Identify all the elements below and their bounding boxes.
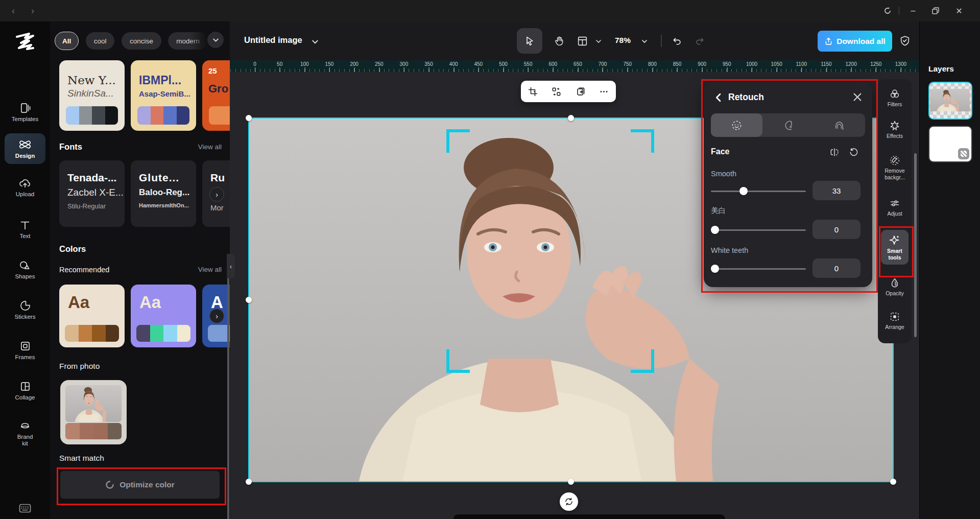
layout-tool-button[interactable] [571,28,593,54]
close-icon[interactable] [853,92,862,102]
ruler-tick: 400 [449,61,458,67]
hand-tool-button[interactable] [546,28,572,54]
safety-button[interactable] [895,28,915,54]
whitening-slider[interactable] [711,226,806,234]
template-title: New Y... [67,74,125,87]
chip-modern[interactable]: modern [168,32,208,50]
doc-title-chevron-icon[interactable] [312,38,319,45]
fonts-next-button[interactable]: › [209,187,224,202]
effects-button[interactable]: Effects [878,120,912,139]
sidebar-item-stickers[interactable]: Stickers [0,300,50,320]
layer-thumbnail-background[interactable] [928,126,972,162]
color-card[interactable]: Aa [131,285,196,347]
resize-handle-se[interactable] [890,479,896,485]
duplicate-icon[interactable] [576,87,585,97]
font-card[interactable]: Glute... Baloo-Reg... HammersmIthOn... [131,160,196,227]
font-card[interactable]: Tenada-... Zacbel X-E... Stilu-Regular [59,160,125,227]
template-subtitle: Asap-SemiB... [139,89,196,98]
redo-button[interactable] [689,28,710,54]
refresh-button[interactable] [880,4,895,17]
sidebar-item-frames[interactable]: Frames [0,340,50,361]
panel-scrollbar[interactable] [227,255,229,519]
sidebar-item-templates[interactable]: Templates [0,102,50,123]
close-button[interactable]: ✕ [952,4,966,17]
resize-handle-w[interactable] [246,297,252,303]
optimize-color-button[interactable]: Optimize color [60,471,220,499]
chip-concise[interactable]: concise [122,32,161,50]
tab-reshape[interactable] [762,113,814,137]
resize-handle-n[interactable] [568,115,574,121]
layer-thumbnail-photo[interactable] [928,82,972,120]
reset-icon[interactable] [849,147,859,157]
template-card[interactable]: New Y... SinkinSa... [59,60,125,131]
resize-handle-nw[interactable] [246,115,252,121]
zoom-level[interactable]: 78% [615,36,631,45]
layers-heading: Layers [928,64,954,74]
slider-knob[interactable] [739,187,748,195]
tab-face[interactable] [711,113,762,137]
zoom-chevron-icon[interactable] [641,38,648,44]
download-all-label: Download all [836,37,886,46]
slider-knob[interactable] [711,265,719,273]
slider-knob[interactable] [711,226,719,234]
sidebar-item-design[interactable]: Design [5,133,45,164]
panel-collapse-handle[interactable]: ‹ [227,254,235,278]
layout-chevron-icon[interactable] [595,38,602,44]
sidebar-item-text[interactable]: Text [0,220,50,240]
white-teeth-slider[interactable] [711,265,806,273]
arrange-icon [889,311,900,322]
download-all-button[interactable]: Download all [818,31,892,52]
fonts-view-all[interactable]: View all [198,143,222,151]
arrange-button[interactable]: Arrange [878,311,912,331]
replace-icon[interactable] [552,87,561,97]
resize-handle-s[interactable] [568,479,574,485]
nav-back-button[interactable]: ‹ [7,5,19,17]
whitening-value[interactable]: 0 [812,220,861,239]
color-card[interactable]: Aa [59,285,125,347]
tab-body[interactable] [814,113,865,137]
from-photo-card[interactable] [60,380,127,444]
chip-cool[interactable]: cool [86,32,115,50]
white-teeth-value[interactable]: 0 [812,258,861,278]
refresh-icon [883,7,892,15]
chips-expand-button[interactable] [207,32,224,48]
undo-button[interactable] [667,28,687,54]
remove-background-icon [889,155,900,166]
template-card[interactable]: IBMPl... Asap-SemiB... [131,60,196,131]
adjust-button[interactable]: Adjust [878,198,912,217]
compare-icon[interactable] [829,147,840,157]
minimize-button[interactable]: – [906,4,920,17]
sidebar-item-collage[interactable]: Collage [0,381,50,401]
colors-next-button[interactable]: › [209,309,224,323]
colors-view-all[interactable]: View all [198,266,222,273]
restore-icon [932,7,939,14]
sidebar-item-shapes[interactable]: Shapes [0,260,50,280]
sidebar-item-brand-kit[interactable]: Brand kit [0,420,50,447]
opacity-button[interactable]: Opacity [878,277,912,297]
select-tool-button[interactable] [517,28,542,54]
face-section-label: Face [711,147,729,156]
smooth-value[interactable]: 33 [812,181,861,200]
smart-tools-button[interactable]: Smart tools [881,230,909,265]
shortcuts-button[interactable] [0,504,50,515]
remove-background-button[interactable]: Remove backgr... [878,155,912,180]
canvas-scrollbar[interactable] [914,153,917,337]
smart-tools-icon [889,234,901,246]
crop-icon[interactable] [528,87,538,97]
font-name: Tenada-... [67,172,125,184]
restore-button[interactable] [928,4,943,17]
smooth-slider[interactable] [711,187,806,195]
chip-all[interactable]: All [55,32,79,50]
brand-kit-icon [19,420,31,432]
nav-forward-button[interactable]: › [27,5,39,17]
rotate-button[interactable] [560,492,578,511]
document-title[interactable]: Untitled image [244,35,302,45]
back-icon[interactable] [714,93,723,102]
template-card[interactable]: 25 Gro [202,60,230,131]
filters-button[interactable]: Filters [878,88,912,108]
font-style-1: Baloo-Reg... [139,187,196,198]
ruler-tick: 800 [648,61,657,67]
resize-handle-sw[interactable] [246,479,252,485]
more-icon[interactable] [599,87,609,97]
sidebar-item-upload[interactable]: Upload [0,177,50,198]
